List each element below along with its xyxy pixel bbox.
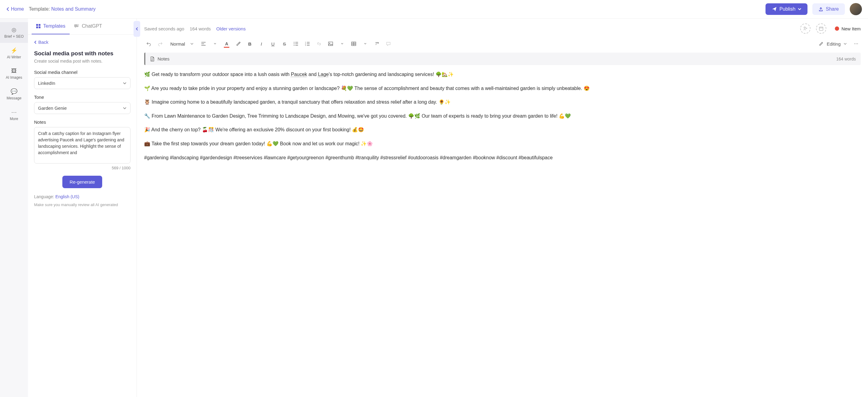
back-link[interactable]: Back [34, 39, 130, 45]
template-name[interactable]: Notes and Summary [52, 6, 96, 11]
avatar[interactable] [850, 3, 862, 15]
nav-ai-images-label: AI Images [6, 75, 22, 80]
chevron-left-icon [6, 7, 9, 11]
grid-icon [36, 24, 41, 29]
svg-rect-1 [39, 24, 40, 26]
share-button[interactable]: Share [812, 3, 845, 15]
bold-button[interactable]: B [245, 39, 254, 48]
image-button[interactable] [326, 39, 335, 48]
publish-button[interactable]: Publish [766, 3, 807, 15]
more-toolbar-button[interactable]: ⋯ [851, 39, 861, 48]
clear-format-button[interactable]: T [372, 39, 381, 48]
send-icon [772, 6, 777, 12]
topbar: Home Template: Notes and Summary Publish… [0, 0, 868, 19]
undo-button[interactable] [144, 39, 153, 48]
notes-block-title: Notes [158, 56, 169, 61]
regenerate-button[interactable]: Re-generate [62, 176, 102, 188]
text-underlined: Lage [318, 72, 329, 77]
template-prefix: Template: [29, 6, 52, 11]
chat-icon [74, 24, 80, 29]
tone-select[interactable]: Garden Genie [34, 102, 130, 114]
nav-message[interactable]: 💬 Message [0, 84, 28, 105]
target-icon: ◎ [11, 27, 17, 33]
paragraph[interactable]: #gardening #landscaping #gardendesign #t… [144, 154, 861, 162]
panel-desc: Create social media post with notes. [34, 59, 130, 64]
nav-ai-images[interactable]: 🖼 AI Images [0, 64, 28, 84]
numbered-list-button[interactable]: 123 [303, 39, 312, 48]
align-chevron-icon[interactable] [211, 39, 220, 48]
svg-point-8 [294, 43, 294, 44]
document-icon [150, 57, 155, 61]
collapse-panel-button[interactable] [133, 21, 140, 37]
editor-content[interactable]: Notes 164 words 🌿 Get ready to transform… [137, 53, 868, 397]
word-count: 164 words [190, 26, 211, 31]
editing-mode-label: Editing [827, 41, 841, 46]
image-chevron-icon[interactable] [338, 39, 347, 48]
template-breadcrumb: Template: Notes and Summary [29, 6, 96, 12]
notes-textarea[interactable] [34, 127, 130, 164]
svg-rect-2 [36, 27, 38, 28]
table-chevron-icon[interactable] [361, 39, 370, 48]
home-link[interactable]: Home [6, 6, 24, 12]
tab-chatgpt[interactable]: ChatGPT [70, 19, 106, 34]
table-button[interactable] [349, 39, 358, 48]
tab-templates[interactable]: Templates [32, 19, 70, 34]
redo-button[interactable] [156, 39, 165, 48]
channel-value: LinkedIn [38, 80, 55, 86]
text-color-button[interactable]: A [222, 39, 231, 48]
svg-text:T: T [375, 42, 378, 46]
paragraph[interactable]: 🎉 And the cherry on top? 🍒🎊 We're offeri… [144, 126, 861, 134]
paragraph[interactable]: 🌿 Get ready to transform your outdoor sp… [144, 70, 861, 78]
editor-meta: Saved seconds ago 164 words Older versio… [137, 19, 868, 37]
italic-button[interactable]: I [257, 39, 266, 48]
text-underlined: Paucek [291, 72, 307, 77]
language-row: Language: English (US) [34, 194, 130, 199]
status-indicator[interactable]: New Item [835, 26, 861, 31]
svg-point-14 [330, 43, 330, 44]
message-icon: 💬 [11, 88, 17, 95]
bolt-icon: ⚡ [11, 47, 17, 54]
left-nav: ◎ Brief + SEO ⚡ AI Writer 🖼 AI Images 💬 … [0, 19, 28, 397]
disclaimer: Make sure you manually review all AI gen… [34, 202, 130, 208]
paragraph[interactable]: 🦉 Imagine coming home to a beautifully l… [144, 98, 861, 106]
language-link[interactable]: English (US) [55, 194, 80, 199]
nav-more[interactable]: ⋯ More [0, 105, 28, 125]
strikethrough-button[interactable]: S [280, 39, 289, 48]
link-button[interactable] [314, 39, 323, 48]
nav-brief-seo[interactable]: ◎ Brief + SEO [0, 22, 28, 43]
svg-point-5 [804, 27, 805, 29]
comment-button[interactable] [384, 39, 393, 48]
older-versions-link[interactable]: Older versions [216, 26, 246, 31]
align-button[interactable] [199, 39, 208, 48]
tab-chatgpt-label: ChatGPT [82, 24, 102, 29]
chevron-left-icon [34, 40, 36, 44]
paragraph[interactable]: 🔧 From Lawn Maintenance to Garden Design… [144, 112, 861, 120]
chevron-down-icon [123, 107, 126, 109]
tone-value: Garden Genie [38, 105, 67, 111]
channel-select[interactable]: LinkedIn [34, 77, 130, 89]
paragraph[interactable]: 🌱 Are you ready to take pride in your pr… [144, 85, 861, 92]
svg-rect-6 [819, 27, 823, 30]
chevron-down-icon [123, 82, 126, 85]
nav-brief-seo-label: Brief + SEO [4, 34, 24, 39]
paragraph[interactable]: 💼 Take the first step towards your dream… [144, 140, 861, 148]
add-user-button[interactable] [800, 24, 810, 34]
editing-mode-select[interactable]: Editing [819, 41, 847, 46]
panel-title: Social media post with notes [34, 50, 130, 57]
language-prefix: Language: [34, 194, 55, 199]
home-label: Home [11, 6, 24, 12]
nav-message-label: Message [7, 96, 22, 100]
svg-text:3: 3 [305, 44, 306, 46]
calendar-button[interactable] [816, 24, 826, 34]
bullet-list-button[interactable] [291, 39, 301, 48]
text: 's top-notch gardening and landscaping s… [329, 72, 454, 77]
panel-tabs: Templates ChatGPT [28, 19, 136, 35]
share-label: Share [826, 6, 839, 12]
text: and [307, 72, 318, 77]
underline-button[interactable]: U [268, 39, 277, 48]
nav-ai-writer[interactable]: ⚡ AI Writer [0, 43, 28, 64]
editor-toolbar: Normal A B I U S 123 T [137, 37, 868, 53]
text-style-select[interactable]: Normal [167, 40, 196, 48]
highlight-button[interactable] [234, 39, 243, 48]
back-label: Back [38, 39, 49, 45]
